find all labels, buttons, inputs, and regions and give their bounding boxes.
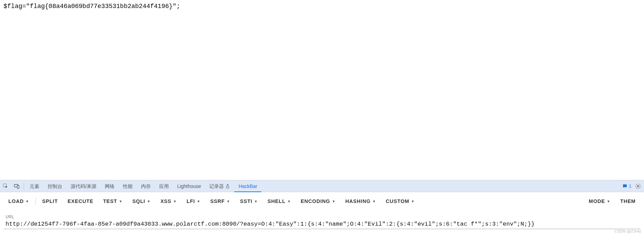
svg-rect-2 <box>17 185 19 188</box>
shell-label: SHELL <box>268 198 286 204</box>
ssrf-label: SSRF <box>210 198 225 204</box>
execute-button[interactable]: EXECUTE <box>63 196 98 207</box>
tab-recorder[interactable]: 记录器 <box>205 180 234 192</box>
chevron-down-icon: ▼ <box>227 199 230 203</box>
tab-console[interactable]: 控制台 <box>44 180 66 192</box>
custom-button[interactable]: CUSTOM▼ <box>381 196 419 207</box>
url-label: URL <box>6 214 638 219</box>
chevron-down-icon: ▼ <box>372 199 376 203</box>
chat-icon <box>622 183 628 189</box>
tab-elements[interactable]: 元素 <box>25 180 44 192</box>
toolbar-divider <box>36 197 36 205</box>
tab-network[interactable]: 网络 <box>101 180 119 192</box>
test-label: TEST <box>103 198 117 204</box>
hackbar-toolbar: LOAD▼ SPLIT EXECUTE TEST▼ SQLI▼ XSS▼ LFI… <box>3 196 641 207</box>
load-button[interactable]: LOAD▼ <box>3 196 34 207</box>
theme-button[interactable]: THEM <box>615 196 641 207</box>
issues-count: 1 <box>629 183 631 189</box>
xss-button[interactable]: XSS▼ <box>156 196 182 207</box>
issues-badge[interactable]: 1 <box>622 183 631 189</box>
tab-sources[interactable]: 源代码/来源 <box>66 180 101 192</box>
chevron-down-icon: ▼ <box>147 199 151 203</box>
xss-label: XSS <box>160 198 171 204</box>
url-field: URL <box>3 214 641 229</box>
watermark: CSDN @Z3r4y <box>614 229 641 233</box>
tab-recorder-label: 记录器 <box>209 180 224 192</box>
lfi-label: LFI <box>187 198 195 204</box>
hashing-label: HASHING <box>345 198 370 204</box>
sqli-label: SQLI <box>132 198 145 204</box>
tab-memory[interactable]: 内存 <box>137 180 155 192</box>
chevron-down-icon: ▼ <box>411 199 415 203</box>
flag-text: $flag="flag{08a46a069bd77e33531bb2ab244f… <box>3 3 180 10</box>
mode-button[interactable]: MODE▼ <box>584 196 615 207</box>
sqli-button[interactable]: SQLI▼ <box>127 196 156 207</box>
ssrf-button[interactable]: SSRF▼ <box>205 196 235 207</box>
mode-label: MODE <box>589 198 605 204</box>
load-label: LOAD <box>8 198 24 204</box>
chevron-down-icon: ▼ <box>332 199 336 203</box>
page-content: $flag="flag{08a46a069bd77e33531bb2ab244f… <box>0 0 644 13</box>
inspect-element-icon[interactable] <box>2 183 9 190</box>
ssti-button[interactable]: SSTI▼ <box>235 196 262 207</box>
tab-hackbar[interactable]: HackBar <box>234 180 261 192</box>
devtools-right-controls: 1 <box>622 183 644 189</box>
gear-icon[interactable] <box>635 183 641 189</box>
ssti-label: SSTI <box>240 198 252 204</box>
encoding-label: ENCODING <box>301 198 330 204</box>
encoding-button[interactable]: ENCODING▼ <box>296 196 340 207</box>
custom-label: CUSTOM <box>386 198 409 204</box>
flask-icon <box>225 184 230 189</box>
tab-performance[interactable]: 性能 <box>119 180 137 192</box>
svg-point-3 <box>637 185 639 187</box>
split-button[interactable]: SPLIT <box>37 196 63 207</box>
chevron-down-icon: ▼ <box>197 199 201 203</box>
hackbar-panel: LOAD▼ SPLIT EXECUTE TEST▼ SQLI▼ XSS▼ LFI… <box>0 192 644 234</box>
tab-application[interactable]: 应用 <box>155 180 173 192</box>
chevron-down-icon: ▼ <box>254 199 258 203</box>
devtools-panel: 元素 控制台 源代码/来源 网络 性能 内存 应用 Lighthouse 记录器… <box>0 180 644 234</box>
chevron-down-icon: ▼ <box>25 199 29 203</box>
device-toggle-icon[interactable] <box>13 183 20 190</box>
chevron-down-icon: ▼ <box>607 199 611 203</box>
devtools-tab-bar: 元素 控制台 源代码/来源 网络 性能 内存 应用 Lighthouse 记录器… <box>0 180 644 192</box>
test-button[interactable]: TEST▼ <box>98 196 127 207</box>
tab-divider <box>24 183 24 189</box>
chevron-down-icon: ▼ <box>287 199 291 203</box>
chevron-down-icon: ▼ <box>119 199 123 203</box>
hashing-button[interactable]: HASHING▼ <box>340 196 381 207</box>
tab-lighthouse[interactable]: Lighthouse <box>173 180 205 192</box>
url-input[interactable] <box>6 220 638 228</box>
shell-button[interactable]: SHELL▼ <box>263 196 296 207</box>
lfi-button[interactable]: LFI▼ <box>182 196 205 207</box>
chevron-down-icon: ▼ <box>173 199 177 203</box>
